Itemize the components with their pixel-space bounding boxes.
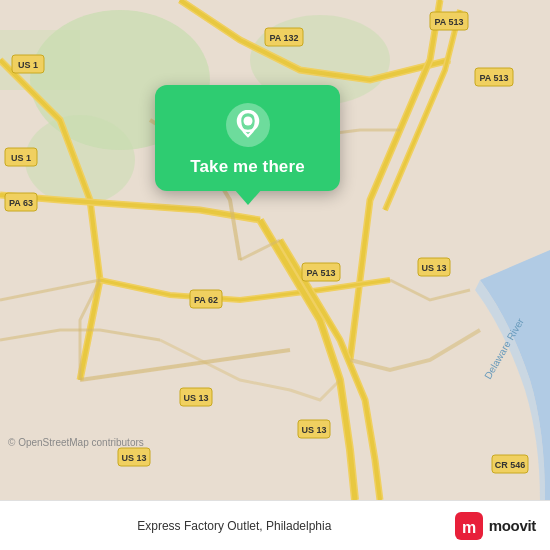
location-pin-icon bbox=[235, 110, 261, 140]
osm-copyright: © OpenStreetMap contributors bbox=[8, 437, 144, 448]
svg-text:CR 546: CR 546 bbox=[495, 460, 526, 470]
svg-text:US 13: US 13 bbox=[421, 263, 446, 273]
popup-card[interactable]: Take me there bbox=[155, 85, 340, 191]
svg-text:PA 63: PA 63 bbox=[9, 198, 33, 208]
svg-text:PA 513: PA 513 bbox=[306, 268, 335, 278]
location-icon-wrap bbox=[226, 103, 270, 147]
bottom-bar: Express Factory Outlet, Philadelphia m m… bbox=[0, 500, 550, 550]
svg-text:PA 62: PA 62 bbox=[194, 295, 218, 305]
svg-point-2 bbox=[25, 115, 135, 205]
svg-text:US 13: US 13 bbox=[301, 425, 326, 435]
svg-text:US 1: US 1 bbox=[18, 60, 38, 70]
location-label: Express Factory Outlet, Philadelphia bbox=[14, 519, 455, 533]
map-container: Delaware River US 1 US 1 PA 132 PA 513 P… bbox=[0, 0, 550, 500]
svg-point-34 bbox=[243, 117, 252, 126]
svg-text:m: m bbox=[462, 519, 476, 536]
svg-text:US 1: US 1 bbox=[11, 153, 31, 163]
svg-text:PA 513: PA 513 bbox=[434, 17, 463, 27]
moovit-text: moovit bbox=[489, 517, 536, 534]
moovit-logo: m moovit bbox=[455, 512, 536, 540]
map-svg: Delaware River US 1 US 1 PA 132 PA 513 P… bbox=[0, 0, 550, 500]
moovit-icon: m bbox=[455, 512, 483, 540]
take-me-there-button[interactable]: Take me there bbox=[190, 157, 304, 177]
svg-text:PA 132: PA 132 bbox=[269, 33, 298, 43]
svg-text:PA 513: PA 513 bbox=[479, 73, 508, 83]
svg-text:US 13: US 13 bbox=[121, 453, 146, 463]
svg-text:US 13: US 13 bbox=[183, 393, 208, 403]
